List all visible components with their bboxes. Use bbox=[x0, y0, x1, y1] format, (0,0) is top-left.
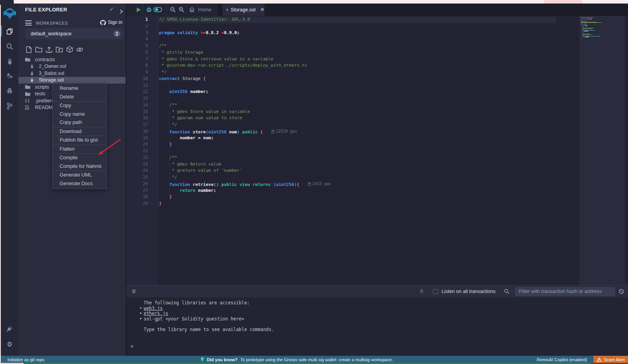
line-number: 13 bbox=[126, 95, 148, 102]
context-menu-item-generate-uml[interactable]: Generate UML bbox=[53, 171, 106, 180]
home-icon bbox=[189, 7, 195, 12]
sign-in-button[interactable]: Sign in bbox=[100, 20, 122, 25]
upload-folder-icon[interactable] bbox=[56, 46, 63, 53]
context-menu-item-compile-for-nahmii[interactable]: Compile for Nahmii bbox=[53, 162, 106, 171]
tip-text: To prototype using the Gnosis safe multi… bbox=[240, 357, 393, 362]
activity-git[interactable] bbox=[1, 99, 18, 113]
activity-debugger[interactable] bbox=[1, 84, 18, 97]
line-number: 18 bbox=[126, 128, 148, 135]
scam-alert-button[interactable]: Scam Alert bbox=[593, 356, 628, 363]
warning-icon bbox=[597, 357, 602, 362]
tree-item-3-ballot-sol[interactable]: 3_Ballot.sol bbox=[18, 70, 126, 77]
new-folder-icon[interactable] bbox=[35, 46, 42, 53]
close-tab-icon[interactable]: ✕ bbox=[260, 7, 265, 13]
code-line-25: 25 */ bbox=[126, 174, 578, 181]
github-icon bbox=[100, 20, 106, 25]
line-number: 8 bbox=[126, 62, 148, 69]
tab-storage-sol[interactable]: Storage.sol ✕ bbox=[223, 4, 265, 16]
context-menu-item-rename[interactable]: Rename bbox=[53, 84, 106, 93]
tree-item-2-owner-sol[interactable]: 2_Owner.sol bbox=[18, 63, 126, 70]
main-area: Home Storage.sol ✕ 1// SPDX-License-Iden… bbox=[126, 4, 628, 356]
code-line-21: 21 bbox=[126, 148, 578, 155]
code-line-15: 15 * @dev Store value in variable bbox=[126, 109, 578, 115]
context-menu-item-generate-docs[interactable]: Generate Docs bbox=[53, 180, 106, 188]
run-script-button[interactable] bbox=[135, 4, 142, 16]
line-number: 28 bbox=[126, 194, 148, 200]
code-line-20: 20 } bbox=[126, 141, 578, 148]
code-line-9: 9 */ bbox=[126, 69, 578, 76]
activity-bar bbox=[1, 4, 18, 356]
braces-icon: { } bbox=[25, 98, 29, 103]
context-menu-item-copy-name[interactable]: Copy name bbox=[53, 110, 106, 119]
transaction-count: 0 bbox=[420, 289, 423, 294]
code-line-5: 5/** bbox=[126, 43, 578, 49]
clear-console-icon[interactable] bbox=[619, 289, 624, 296]
activity-solidity-compiler[interactable] bbox=[1, 55, 18, 68]
line-number: 12 bbox=[126, 89, 148, 95]
terminal-link[interactable]: web3.js bbox=[144, 306, 162, 311]
activity-plugin-manager[interactable] bbox=[1, 322, 18, 335]
line-number: 5 bbox=[126, 43, 148, 49]
tree-item-contracts[interactable]: contracts bbox=[18, 56, 126, 63]
context-menu-item-copy[interactable]: Copy bbox=[53, 102, 106, 110]
context-menu-item-delete[interactable]: Delete bbox=[53, 93, 106, 102]
sol-icon bbox=[30, 64, 34, 69]
upload-file-icon[interactable] bbox=[46, 46, 53, 53]
context-menu-item-copy-path[interactable]: Copy path bbox=[53, 118, 106, 127]
link-icon[interactable] bbox=[76, 46, 83, 53]
gas-estimate: 2415 gas bbox=[308, 181, 331, 187]
ai-toggle[interactable] bbox=[153, 4, 162, 16]
activity-file-explorer[interactable] bbox=[1, 25, 18, 38]
ipfs-cube-icon[interactable] bbox=[66, 46, 73, 53]
line-number: 20 bbox=[126, 141, 148, 148]
folder-icon bbox=[25, 85, 30, 89]
check-icon[interactable]: ✓ bbox=[110, 6, 114, 12]
listen-checkbox[interactable] bbox=[433, 289, 438, 294]
gas-estimate: 22520 gas bbox=[272, 128, 297, 135]
terminal-search-icon bbox=[504, 289, 509, 296]
line-number: 23 bbox=[126, 161, 148, 168]
workspace-select[interactable]: default_workspace bbox=[25, 28, 123, 39]
line-number: 2 bbox=[126, 23, 148, 30]
copilot-status[interactable]: RemixAI Copilot (enabled) bbox=[537, 357, 587, 362]
line-number: 7 bbox=[126, 56, 148, 63]
context-menu-item-download[interactable]: Download bbox=[53, 127, 106, 136]
code-line-27: 27 return number; bbox=[126, 187, 578, 194]
zoom-in-icon[interactable] bbox=[178, 4, 185, 16]
code-editor[interactable]: 1// SPDX-License-Identifier: GPL-3.023pr… bbox=[126, 16, 628, 285]
activity-deploy-run[interactable] bbox=[1, 69, 18, 82]
file-icon bbox=[25, 105, 29, 110]
expand-terminal-icon[interactable] bbox=[131, 289, 136, 296]
minimap[interactable] bbox=[579, 16, 625, 285]
code-line-17: 17 */ bbox=[126, 122, 578, 128]
line-number: 15 bbox=[126, 109, 148, 115]
sol-icon bbox=[30, 78, 34, 82]
line-number: 25 bbox=[126, 174, 148, 181]
activity-settings[interactable] bbox=[1, 337, 18, 351]
line-number: 26 bbox=[126, 181, 148, 187]
folder-icon bbox=[25, 57, 30, 62]
terminal-line: Type the library name to see available c… bbox=[144, 327, 274, 333]
git-init-button[interactable]: Initialize as git repo bbox=[7, 357, 44, 362]
code-line-13: 13 bbox=[126, 95, 578, 102]
tab-home[interactable]: Home bbox=[185, 4, 215, 16]
code-line-3: 3pragma solidity >=0.8.2 <0.9.0; bbox=[126, 30, 578, 36]
ai-copilot-icon[interactable] bbox=[145, 4, 152, 16]
code-line-23: 23 * @dev Return value bbox=[126, 161, 578, 168]
line-number: 4 bbox=[126, 36, 148, 43]
code-line-28: 28 } bbox=[126, 194, 578, 200]
workspace-sort-icon bbox=[114, 31, 120, 37]
activity-search[interactable] bbox=[1, 40, 18, 53]
transaction-filter-input[interactable]: Filter with transaction hash or address bbox=[515, 287, 615, 296]
terminal-output[interactable]: The following libraries are accessible:•… bbox=[126, 297, 628, 356]
zoom-out-icon[interactable] bbox=[170, 4, 176, 16]
line-number: 1 bbox=[126, 16, 148, 23]
chevron-right-icon[interactable] bbox=[120, 8, 123, 15]
line-number: 17 bbox=[126, 122, 148, 128]
tree-item-storage-sol[interactable]: Storage.sol bbox=[18, 77, 126, 84]
code-line-18: 18 function store(uint256 num) public {2… bbox=[126, 128, 578, 135]
workspaces-menu-icon[interactable] bbox=[25, 20, 32, 25]
terminal-link[interactable]: ethers.js bbox=[144, 311, 168, 316]
line-number: 10 bbox=[126, 76, 148, 82]
new-file-icon[interactable] bbox=[25, 46, 32, 53]
